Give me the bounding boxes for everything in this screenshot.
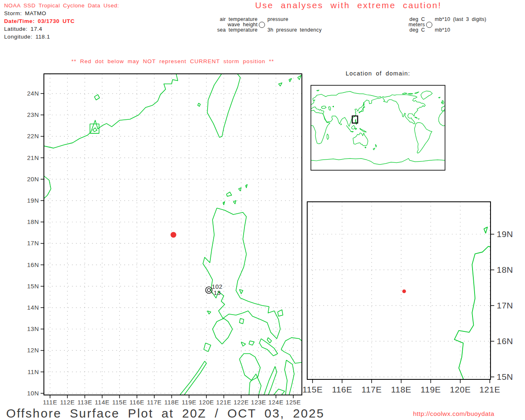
inset-lon-tick-label: 119E	[420, 385, 441, 394]
coastline	[516, 95, 525, 124]
station-inner-circle-icon	[207, 288, 210, 292]
coastline	[467, 106, 468, 107]
main-lon-tick-label: 117E	[147, 399, 162, 406]
main-map-markers: 102-13	[171, 232, 223, 297]
coastline	[187, 106, 192, 109]
main-lon-tick-label: 125E	[286, 399, 301, 406]
coastline	[484, 227, 488, 233]
main-lat-tick-label: 16N	[27, 261, 39, 268]
coastline	[487, 133, 502, 146]
coastline	[239, 148, 241, 150]
coastline	[438, 97, 441, 98]
coastline	[439, 110, 464, 144]
station-tendency-value: -13	[211, 289, 221, 296]
coastline	[327, 134, 329, 139]
coastline	[498, 102, 498, 106]
coastline	[278, 83, 282, 86]
coastline	[207, 123, 208, 125]
coastline	[441, 102, 443, 103]
main-lon-tick-label: 116E	[130, 399, 144, 406]
main-lat-tick-label: 13N	[27, 325, 39, 332]
inset-coastlines	[454, 202, 503, 381]
coastline	[246, 185, 247, 188]
coastline	[198, 103, 200, 107]
inset-lon-tick-label: 117E	[361, 385, 382, 394]
inset-lon-tick-label: 116E	[332, 385, 352, 394]
coastline	[180, 361, 207, 396]
inset-lon-tick-label: 121E	[479, 385, 500, 394]
coastline	[321, 106, 326, 109]
main-lon-tick-label: 124E	[268, 399, 283, 406]
coastline	[455, 106, 460, 109]
coastline	[352, 126, 355, 129]
coastline	[274, 94, 279, 94]
coastline	[278, 310, 283, 316]
coastline	[308, 91, 382, 126]
coastline	[231, 147, 232, 148]
inset-lat-tick-label: 18N	[497, 265, 513, 274]
coastline	[298, 75, 301, 80]
coastline	[341, 123, 342, 125]
coastline	[221, 128, 223, 130]
main-lat-tick-label: 22N	[27, 132, 39, 139]
coastline	[226, 128, 232, 132]
plot-title: Offshore Surface Plot at 20Z / OCT 03, 2…	[6, 406, 324, 420]
coastline	[489, 128, 491, 130]
coastline	[415, 123, 432, 153]
coastline	[442, 91, 516, 126]
coastline	[281, 92, 285, 94]
coastline	[475, 123, 476, 125]
inset-gridlines	[307, 202, 491, 379]
main-lon-tick-label: 119E	[182, 399, 196, 406]
coastline	[333, 106, 334, 107]
source-url-link[interactable]: http://coolwx.com/buoydata	[413, 410, 494, 418]
coastline	[375, 144, 377, 147]
inset-lat-tick-label: 16N	[497, 336, 513, 346]
storm-position-dot-inset	[402, 290, 406, 293]
coastline	[415, 92, 419, 94]
inset-markers	[402, 290, 406, 293]
coastline	[93, 128, 97, 132]
coastline	[489, 119, 491, 125]
main-lat-tick-label: 17N	[27, 240, 39, 247]
main-map-axes: 24N23N22N21N20N19N18N17N16N15N14N13N12N1…	[27, 74, 302, 406]
main-lon-tick-label: 113E	[78, 399, 92, 406]
coastline	[486, 126, 489, 129]
main-lon-tick-label: 118E	[164, 399, 179, 406]
coastline	[305, 110, 330, 144]
coastline	[311, 158, 445, 164]
coastline	[494, 128, 500, 132]
coastline	[355, 128, 357, 130]
coastline	[281, 338, 303, 363]
coastline	[359, 107, 365, 113]
inset-lat-tick-label: 19N	[497, 229, 513, 239]
coastline	[207, 70, 240, 137]
coastline	[329, 107, 331, 110]
coastline	[173, 91, 248, 126]
coastline	[264, 367, 277, 396]
main-lat-tick-label: 23N	[27, 111, 39, 118]
coastline	[177, 158, 311, 164]
main-lat-tick-label: 14N	[27, 304, 39, 311]
main-lon-tick-label: 120E	[199, 399, 214, 406]
coastline	[223, 202, 225, 205]
coastline	[207, 311, 211, 314]
coastline	[480, 126, 484, 131]
inset-lat-tick-label: 17N	[497, 301, 513, 310]
inset-lat-tick-label: 15N	[497, 372, 513, 381]
coastline	[273, 389, 285, 395]
coastline	[248, 95, 291, 124]
coastline	[289, 79, 292, 82]
coastline	[360, 128, 366, 132]
coastline	[317, 90, 319, 91]
coastline	[267, 338, 272, 343]
coastline	[233, 201, 236, 204]
coastline	[240, 318, 244, 324]
coastline	[268, 93, 273, 94]
main-lat-tick-label: 18N	[27, 218, 39, 225]
coastline	[499, 147, 500, 148]
coastline	[307, 102, 308, 103]
main-lat-tick-label: 12N	[27, 347, 39, 354]
main-lat-tick-label: 20N	[27, 176, 39, 183]
main-lon-tick-label: 123E	[251, 399, 266, 406]
